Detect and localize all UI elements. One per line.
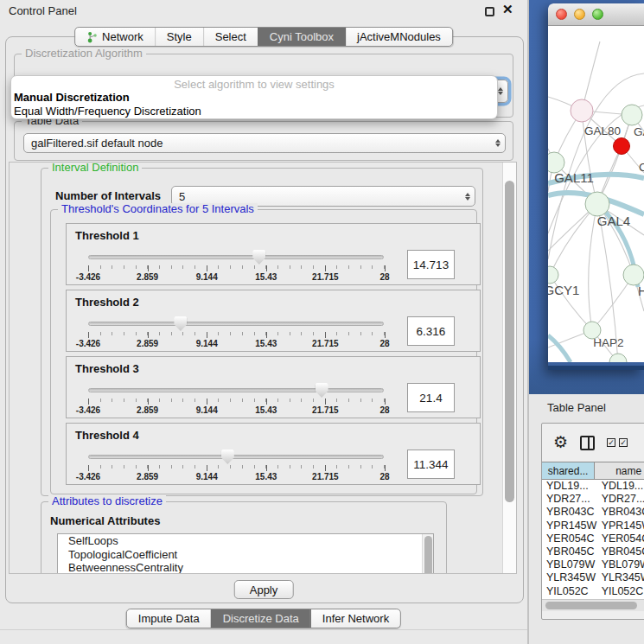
tick-label: 2.859 <box>137 472 158 481</box>
table-data-value: galFiltered.sif default node <box>31 137 163 150</box>
threshold-panel-4: Threshold 4 -3.4262.8599.14415.4321.7152… <box>66 423 481 485</box>
label-gal11: GAL11 <box>554 170 594 185</box>
threshold-2-slider[interactable] <box>88 322 384 326</box>
threshold-4-slider[interactable] <box>88 455 384 459</box>
tick-label: 21.715 <box>312 272 339 282</box>
network-icon <box>86 31 98 43</box>
apply-button[interactable]: Apply <box>234 580 294 599</box>
tick-label: 28 <box>379 405 389 415</box>
slider-thumb[interactable] <box>174 316 187 331</box>
slider-thumb[interactable] <box>221 450 234 464</box>
table-data-combobox[interactable]: galFiltered.sif default node <box>23 133 506 153</box>
minimize-window-icon[interactable] <box>574 9 585 20</box>
threshold-3-slider[interactable] <box>88 388 384 392</box>
number-of-intervals-label: Number of Intervals <box>55 189 161 202</box>
tick-label: 28 <box>379 272 389 282</box>
column-layout-icon[interactable] <box>580 436 595 450</box>
table-row[interactable]: YIL052CYIL052C <box>542 585 644 598</box>
settings-scrollbar[interactable] <box>502 163 516 573</box>
tab-select[interactable]: Select <box>203 28 258 46</box>
cyni-bottom-tabs: Impute Data Discretize Data Infer Networ… <box>126 609 401 628</box>
tab-infer-network[interactable]: Infer Network <box>310 609 400 628</box>
threshold-2-value-field[interactable]: 6.316 <box>407 316 455 346</box>
tick-label: 15.43 <box>255 405 277 415</box>
network-canvas[interactable]: GAL80 GA GAL11 GAL4 GCY1 H HAP2 C <box>548 26 644 362</box>
tab-cyni-toolbox[interactable]: Cyni Toolbox <box>258 28 345 46</box>
slider-thumb[interactable] <box>316 383 328 398</box>
threshold-1-slider[interactable] <box>88 255 384 259</box>
numerical-attributes-list[interactable]: SelfLoopsTopologicalCoefficientBetweenne… <box>57 533 434 574</box>
table-row[interactable]: YBL079WYBL079W <box>542 558 644 571</box>
close-window-icon[interactable] <box>556 9 567 20</box>
table-row[interactable]: YPR145WYPR145W <box>542 520 644 532</box>
table-row[interactable]: YBR043CYBR043C <box>542 506 644 519</box>
select-columns-icons[interactable]: ✓ ✓ <box>607 438 628 447</box>
list-item[interactable]: BetweennessCentrality <box>58 561 433 574</box>
threshold-1-label: Threshold 1 <box>75 229 139 242</box>
node-h[interactable] <box>623 265 644 285</box>
table-settings-gear-icon[interactable]: ⚙ <box>553 435 568 450</box>
node-gal80[interactable] <box>571 99 593 122</box>
slider-ticks <box>88 399 385 405</box>
close-panel-icon[interactable]: ✕ <box>502 2 513 17</box>
list-scrollbar[interactable] <box>422 534 433 574</box>
tick-label: -3.426 <box>76 272 100 282</box>
threshold-3-value-field[interactable]: 21.4 <box>407 383 455 412</box>
node-gcy1[interactable] <box>548 266 558 284</box>
interval-definition-title: Interval Definition <box>48 162 142 174</box>
table-row[interactable]: YLR345WYLR345W <box>542 571 644 584</box>
float-panel-icon[interactable] <box>485 7 494 16</box>
scrollbar-thumb[interactable] <box>505 181 514 502</box>
node-right-top[interactable] <box>622 105 642 125</box>
list-item[interactable]: SelfLoops <box>58 534 433 548</box>
tick-label: 15.43 <box>255 472 277 481</box>
table-row[interactable]: YBR045CYBR045C <box>542 545 644 558</box>
thresholds-group-title: Threshold's Coordinates for 5 Intervals <box>58 203 258 215</box>
attributes-group-title: Attributes to discretize <box>48 495 166 507</box>
network-view-window: GAL80 GA GAL11 GAL4 GCY1 H HAP2 C <box>548 3 644 370</box>
tab-network[interactable]: Network <box>75 28 155 46</box>
option-equal-width-frequency[interactable]: Equal Width/Frequency Discretization <box>11 105 497 118</box>
node-table-body: YDL19...YDL19...YDR27...YDR27...YBR043CY… <box>542 480 644 599</box>
checkbox-icon[interactable]: ✓ <box>619 438 628 447</box>
attributes-group: Attributes to discretize Numerical Attri… <box>41 501 447 574</box>
tab-style[interactable]: Style <box>155 28 203 46</box>
checkbox-icon[interactable]: ✓ <box>607 438 615 447</box>
option-manual-discretization[interactable]: Manual Discretization <box>11 91 497 105</box>
tick-label: 15.43 <box>255 272 277 282</box>
threshold-panel-2: Threshold 2 -3.4262.8599.14415.4321.7152… <box>66 290 481 352</box>
label-hap2: HAP2 <box>593 336 623 349</box>
list-item[interactable]: TopologicalCoefficient <box>58 548 433 562</box>
table-row[interactable]: YDR27...YDR27... <box>542 493 644 506</box>
zoom-window-icon[interactable] <box>592 9 603 20</box>
table-row[interactable]: YDL19...YDL19... <box>542 480 644 493</box>
tick-label: 2.859 <box>137 405 158 415</box>
network-window-titlebar[interactable] <box>548 3 644 26</box>
node-gal4[interactable] <box>585 192 609 216</box>
algorithm-dropdown-popup: Select algorithm to view settings Manual… <box>10 75 498 119</box>
threshold-4-label: Threshold 4 <box>75 429 139 442</box>
label-c-clipped: C <box>639 161 644 174</box>
threshold-4-value-field[interactable]: 11.344 <box>407 450 455 479</box>
node-table-box: ⚙ ✓ ✓ shared... name YDL19...YDL19...YDR… <box>541 423 644 620</box>
tick-label: 28 <box>379 339 389 348</box>
threshold-1-value-field[interactable]: 14.713 <box>407 250 455 279</box>
table-horizontal-scrollbar[interactable] <box>542 599 644 611</box>
tab-jactivemnodules[interactable]: jActiveMNodules <box>345 28 452 46</box>
network-nodes <box>548 99 644 362</box>
column-header-name[interactable]: name <box>595 462 644 479</box>
hscrollbar-thumb[interactable] <box>545 602 637 609</box>
table-header-row: shared... name <box>542 462 644 480</box>
tab-impute-data[interactable]: Impute Data <box>127 609 211 628</box>
column-header-shared-name[interactable]: shared... <box>542 462 595 479</box>
threshold-panel-1: Threshold 1 -3.4262.8599.14415.4321.7152… <box>66 223 481 285</box>
table-toolbar: ⚙ ✓ ✓ <box>542 424 644 462</box>
tab-discretize-data[interactable]: Discretize Data <box>211 609 310 628</box>
node-red[interactable] <box>614 138 630 155</box>
combo-arrows-icon <box>495 134 501 152</box>
table-row[interactable]: YER054CYER054C <box>542 532 644 545</box>
slider-tick-labels: -3.4262.8599.14415.4321.71528 <box>88 339 385 349</box>
tick-label: 9.144 <box>196 339 218 348</box>
slider-thumb[interactable] <box>252 250 265 265</box>
tab-network-label: Network <box>102 30 143 43</box>
